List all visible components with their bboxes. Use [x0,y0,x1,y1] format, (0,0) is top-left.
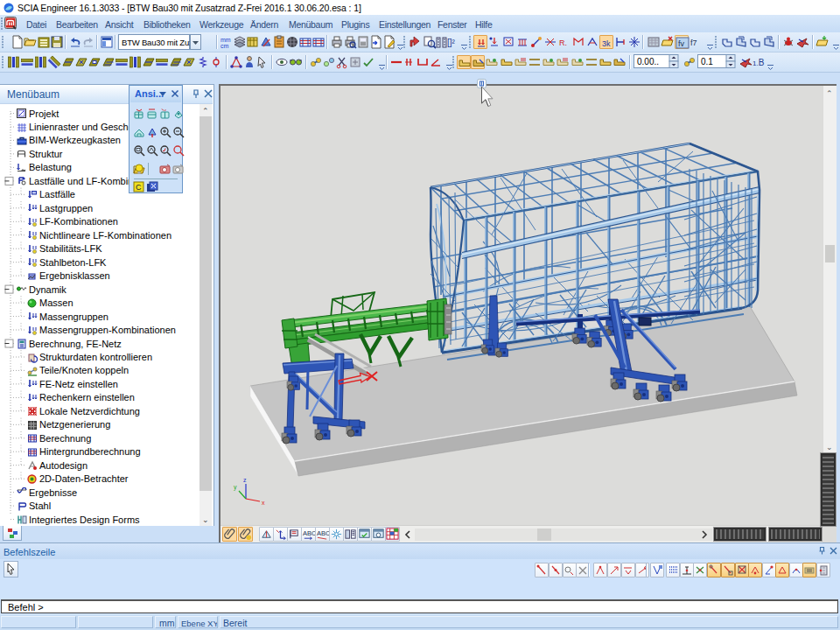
svg-text:ABC: ABC [303,529,315,537]
svg-text:x: x [262,500,265,506]
svg-text:y: y [234,484,237,491]
svg-text:3k: 3k [602,39,611,48]
svg-text:C: C [136,183,142,192]
svg-text:cm: cm [220,43,229,49]
svg-text:f7: f7 [690,38,697,47]
svg-text:[]²: []² [447,38,456,47]
svg-text:0.00..: 0.00.. [637,57,659,66]
svg-text:z: z [164,108,166,112]
svg-text:0.1: 0.1 [701,57,713,66]
svg-text:mm: mm [220,37,231,43]
svg-text:z: z [243,477,247,483]
svg-text:fv: fv [678,39,685,48]
svg-text:ABC: ABC [317,529,329,537]
svg-text:R.: R. [559,38,567,47]
